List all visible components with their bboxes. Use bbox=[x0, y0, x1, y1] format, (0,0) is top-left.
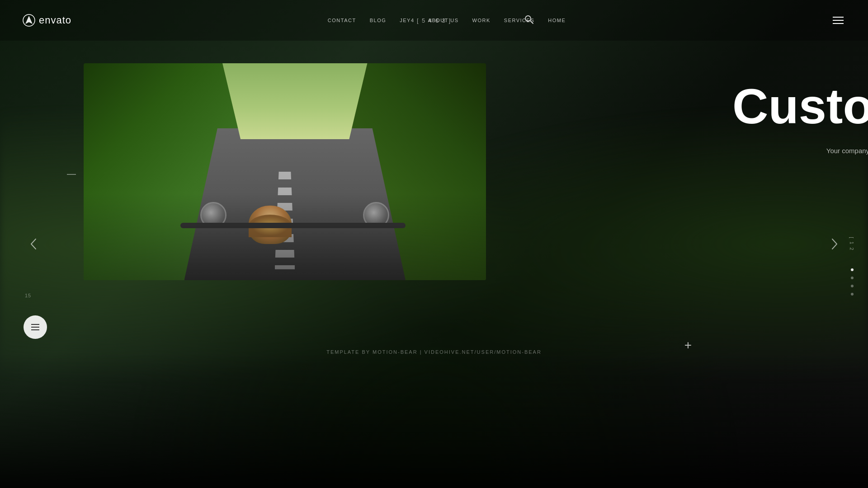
slide-bottom-overlay bbox=[84, 193, 486, 280]
nav-jey4[interactable]: JEY4 bbox=[400, 18, 414, 23]
burger-line-3 bbox=[833, 23, 844, 24]
dot-4[interactable] bbox=[851, 293, 854, 296]
envato-logo-icon bbox=[23, 14, 35, 27]
burger-line-1 bbox=[833, 17, 844, 18]
logo[interactable]: envato bbox=[23, 14, 71, 27]
hamburger-icon bbox=[31, 324, 39, 330]
bottom-left-number: 15 bbox=[25, 293, 31, 298]
header-counter: [ 5 4 6 3 ] bbox=[417, 17, 451, 24]
dot-1[interactable] bbox=[851, 268, 854, 271]
next-slide-button[interactable] bbox=[825, 235, 843, 253]
logo-text: envato bbox=[39, 14, 71, 26]
slide-subtitle: Your company - the largest supplier of i… bbox=[814, 145, 868, 167]
svg-line-2 bbox=[530, 21, 533, 23]
slide-scene bbox=[84, 63, 486, 280]
hline-2 bbox=[31, 327, 39, 328]
nav-work[interactable]: WORK bbox=[472, 18, 491, 23]
search-button[interactable] bbox=[524, 15, 533, 26]
plus-button[interactable]: + bbox=[684, 338, 692, 352]
burger-line-2 bbox=[833, 20, 844, 21]
dot-3[interactable] bbox=[851, 285, 854, 287]
decorative-dash bbox=[67, 174, 76, 175]
slide-counter-text: [ 1 2 bbox=[849, 237, 854, 251]
header: envato [ 5 4 6 3 ] CONTACT BLOG JEY4 ABO… bbox=[0, 0, 868, 41]
dot-navigation bbox=[851, 268, 854, 296]
slide-counter-vertical: [ 1 2 bbox=[849, 237, 854, 251]
dot-2[interactable] bbox=[851, 277, 854, 279]
hline-1 bbox=[31, 324, 39, 325]
slide-title-line2: Customizable bbox=[732, 81, 868, 131]
bottom-fade bbox=[0, 352, 868, 488]
svg-point-1 bbox=[525, 16, 531, 21]
slide-image-container bbox=[84, 63, 486, 280]
slide-text-block: Easily Customizable Your company - the l… bbox=[732, 36, 868, 167]
search-icon bbox=[524, 15, 533, 24]
nav-blog[interactable]: BLOG bbox=[370, 18, 387, 23]
nav-home[interactable]: HOME bbox=[548, 18, 566, 23]
prev-slide-button[interactable] bbox=[25, 235, 43, 253]
burger-menu-button[interactable] bbox=[831, 13, 845, 28]
footer-credit: TEMPLATE BY MOTION-BEAR | VIDEOHIVE.NET/… bbox=[326, 349, 542, 355]
nav-contact[interactable]: CONTACT bbox=[328, 18, 356, 23]
counter-value: [ 5 4 6 3 ] bbox=[417, 17, 451, 24]
hline-3 bbox=[31, 329, 39, 330]
floating-menu-button[interactable] bbox=[24, 315, 47, 339]
